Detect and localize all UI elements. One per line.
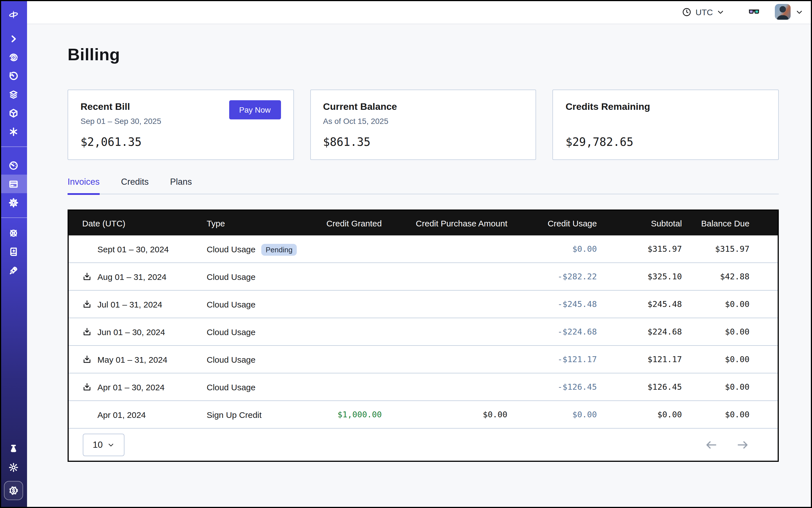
sidebar-item-asterisk[interactable] <box>0 122 27 141</box>
sidebar-divider <box>0 146 27 147</box>
invoice-type: Cloud Usage <box>207 354 255 364</box>
clock-icon <box>682 7 691 16</box>
balance-due-value: $42.88 <box>682 263 778 290</box>
credits-remaining-card: Credits Remaining $29,782.65 <box>553 90 779 160</box>
billing-tabs: Invoices Credits Plans <box>68 177 779 194</box>
sidebar-item-layers[interactable] <box>0 85 27 103</box>
card-subtitle: Sep 01 – Sep 30, 2025 <box>81 117 161 126</box>
sidebar-divider <box>0 217 27 218</box>
invoice-date: Sept 01 – 30, 2024 <box>97 244 169 254</box>
invoice-date: Jul 01 – 31, 2024 <box>97 299 162 309</box>
chevron-down-icon <box>717 8 724 15</box>
invoice-date: Apr 01 – 30, 2024 <box>97 382 165 392</box>
sidebar-item-theme[interactable] <box>8 458 18 476</box>
rocket-icon <box>8 265 18 275</box>
table-row: May 01 – 31, 2024 Cloud Usage -$121.17 $… <box>69 345 778 373</box>
card-subtitle <box>566 117 766 126</box>
page-title: Billing <box>68 45 779 64</box>
recent-bill-amount: $2,061.35 <box>81 135 281 149</box>
col-date: Date (UTC) <box>69 211 207 236</box>
user-avatar[interactable] <box>775 4 790 20</box>
invoice-date: Jun 01 – 30, 2024 <box>97 327 165 337</box>
sidebar-item-cube[interactable] <box>0 103 27 122</box>
download-invoice-button[interactable] <box>82 327 92 337</box>
arrow-right-icon <box>736 438 750 452</box>
subtotal-value: $224.68 <box>597 318 682 345</box>
timer-icon <box>8 71 18 81</box>
credits-button[interactable] <box>4 481 23 500</box>
download-icon <box>82 299 92 309</box>
gear-icon <box>8 198 18 208</box>
credit-purchase-value <box>382 318 507 345</box>
card-title: Current Balance <box>323 101 523 113</box>
invoice-type: Cloud Usage <box>207 382 255 392</box>
credit-usage-value: -$245.48 <box>507 290 597 318</box>
invoice-date: Aug 01 – 31, 2024 <box>97 272 166 281</box>
invoice-date: May 01 – 31, 2024 <box>97 354 168 364</box>
credit-granted-value <box>316 290 382 318</box>
sidebar-item-dashboard[interactable] <box>0 156 27 175</box>
subtotal-value: $126.45 <box>597 373 682 401</box>
book-sparkle-icon <box>8 246 18 257</box>
download-icon <box>82 354 92 364</box>
sidebar-item-helm[interactable] <box>0 223 27 242</box>
table-row: Jun 01 – 30, 2024 Cloud Usage -$224.68 $… <box>69 318 778 345</box>
tab-invoices[interactable]: Invoices <box>68 177 100 194</box>
credit-granted-value: $1,000.00 <box>316 401 382 428</box>
layers-icon <box>8 89 18 99</box>
sidebar-item-expand[interactable] <box>0 29 27 48</box>
asterisk-icon <box>8 126 18 136</box>
table-row: Jul 01 – 31, 2024 Cloud Usage -$245.48 $… <box>69 290 778 318</box>
balance-due-value: $0.00 <box>682 401 778 428</box>
helm-wheel-icon <box>8 228 18 238</box>
invoices-table-container: Date (UTC) Type Credit Granted Credit Pu… <box>68 210 779 462</box>
spiral-eye-icon <box>8 52 18 62</box>
table-footer: 10 <box>69 428 778 461</box>
sidebar-item-launch[interactable] <box>0 261 27 279</box>
timezone-selector[interactable]: UTC <box>681 5 725 19</box>
tab-credits[interactable]: Credits <box>121 177 149 194</box>
download-invoice-button[interactable] <box>82 354 92 364</box>
page-size-select[interactable]: 10 <box>83 433 124 456</box>
next-page-button[interactable] <box>736 438 750 452</box>
page-size-value: 10 <box>93 439 103 450</box>
sun-icon <box>8 462 18 472</box>
table-header-row: Date (UTC) Type Credit Granted Credit Pu… <box>69 211 778 236</box>
invoices-table: Date (UTC) Type Credit Granted Credit Pu… <box>69 211 778 428</box>
account-menu-chevron-icon[interactable] <box>796 8 803 15</box>
pay-now-button[interactable]: Pay Now <box>229 100 281 119</box>
balance-due-value: $0.00 <box>682 345 778 373</box>
recent-bill-card: Recent Bill Sep 01 – Sep 30, 2025 Pay No… <box>68 90 294 160</box>
balance-due-value: $0.00 <box>682 318 778 345</box>
sidebar-item-billing[interactable] <box>0 175 27 193</box>
billing-page: Billing Recent Bill Sep 01 – Sep 30, 202… <box>27 24 812 508</box>
billing-card-icon <box>8 179 18 189</box>
glasses-icon[interactable] <box>748 6 760 18</box>
app-logo[interactable] <box>0 0 27 29</box>
sidebar-item-settings[interactable] <box>0 193 27 212</box>
col-credit-granted: Credit Granted <box>316 211 382 236</box>
subtotal-value: $325.10 <box>597 263 682 290</box>
credit-usage-value: -$224.68 <box>507 318 597 345</box>
billing-app: UTC Billing Recent Bill <box>0 0 812 508</box>
sidebar-item-observe[interactable] <box>0 48 27 67</box>
col-credit-usage: Credit Usage <box>507 211 597 236</box>
current-balance-card: Current Balance As of Oct 15, 2025 $861.… <box>310 90 536 160</box>
col-credit-purchase: Credit Purchase Amount <box>382 211 507 236</box>
credit-granted-value <box>316 373 382 401</box>
tab-plans[interactable]: Plans <box>170 177 192 194</box>
download-invoice-button[interactable] <box>82 382 92 392</box>
invoice-type: Sign Up Credit <box>207 410 262 419</box>
sidebar <box>0 0 27 508</box>
sidebar-item-labs[interactable] <box>8 439 18 458</box>
cube-icon <box>8 108 18 118</box>
balance-due-value: $0.00 <box>682 373 778 401</box>
download-invoice-button[interactable] <box>82 272 92 281</box>
download-invoice-button[interactable] <box>82 299 92 309</box>
sidebar-item-docs[interactable] <box>0 242 27 261</box>
prev-page-button[interactable] <box>704 438 718 452</box>
card-title: Recent Bill <box>81 101 161 113</box>
status-badge: Pending <box>261 244 297 255</box>
credit-usage-value: -$126.45 <box>507 373 597 401</box>
sidebar-item-history[interactable] <box>0 67 27 85</box>
